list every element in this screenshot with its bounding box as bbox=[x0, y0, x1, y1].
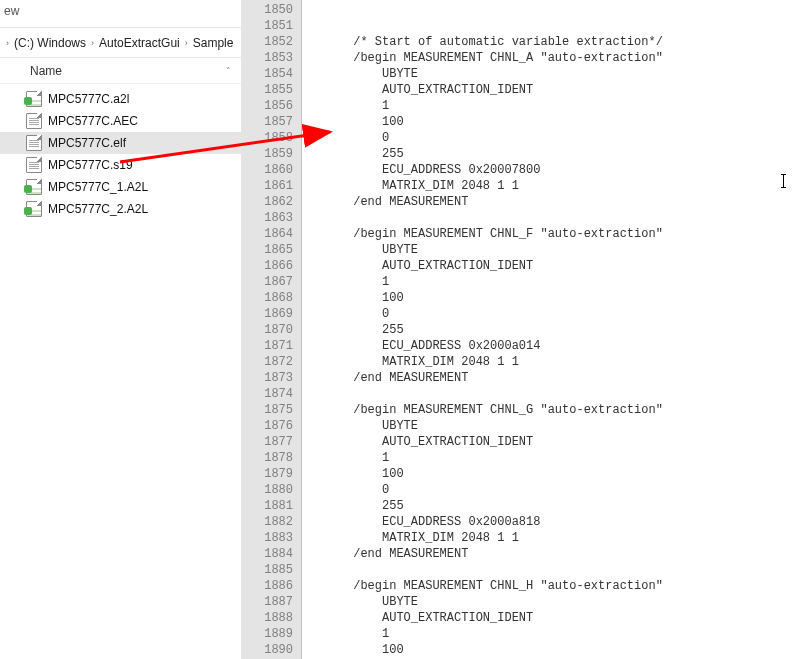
line-number: 1852 bbox=[242, 34, 293, 50]
line-number: 1888 bbox=[242, 610, 293, 626]
code-line[interactable]: /begin MEASUREMENT CHNL_F "auto-extracti… bbox=[310, 226, 798, 242]
file-icon bbox=[26, 201, 42, 217]
line-number-gutter: 1850185118521853185418551856185718581859… bbox=[242, 0, 302, 659]
line-number: 1875 bbox=[242, 402, 293, 418]
code-line[interactable]: 1 bbox=[310, 450, 798, 466]
code-line[interactable]: /begin MEASUREMENT CHNL_A "auto-extracti… bbox=[310, 50, 798, 66]
code-line[interactable]: ECU_ADDRESS 0x2000a014 bbox=[310, 338, 798, 354]
code-line[interactable]: AUTO_EXTRACTION_IDENT bbox=[310, 82, 798, 98]
line-number: 1850 bbox=[242, 2, 293, 18]
editor-pane: 1850185118521853185418551856185718581859… bbox=[242, 0, 798, 659]
line-number: 1870 bbox=[242, 322, 293, 338]
code-line[interactable]: 100 bbox=[310, 642, 798, 658]
code-line[interactable]: 1 bbox=[310, 274, 798, 290]
breadcrumb-seg[interactable]: AutoExtractGui bbox=[98, 34, 181, 52]
chevron-right-icon[interactable]: › bbox=[6, 38, 9, 48]
file-icon bbox=[26, 113, 42, 129]
code-line[interactable]: MATRIX_DIM 2048 1 1 bbox=[310, 530, 798, 546]
column-header-label: Name bbox=[30, 64, 62, 78]
file-icon bbox=[26, 135, 42, 151]
line-number: 1864 bbox=[242, 226, 293, 242]
line-number: 1868 bbox=[242, 290, 293, 306]
code-line[interactable]: MATRIX_DIM 2048 1 1 bbox=[310, 354, 798, 370]
code-line[interactable]: /end MEASUREMENT bbox=[310, 194, 798, 210]
line-number: 1881 bbox=[242, 498, 293, 514]
line-number: 1857 bbox=[242, 114, 293, 130]
file-row[interactable]: MPC5777C.AEC bbox=[0, 110, 241, 132]
code-line[interactable]: /end MEASUREMENT bbox=[310, 370, 798, 386]
file-row[interactable]: MPC5777C.s19 bbox=[0, 154, 241, 176]
code-line[interactable]: 255 bbox=[310, 146, 798, 162]
code-area[interactable]: /* Start of automatic variable extractio… bbox=[302, 0, 798, 659]
code-line[interactable]: 0 bbox=[310, 130, 798, 146]
code-line[interactable]: 1 bbox=[310, 98, 798, 114]
line-number: 1871 bbox=[242, 338, 293, 354]
code-line[interactable]: AUTO_EXTRACTION_IDENT bbox=[310, 258, 798, 274]
code-line[interactable]: 0 bbox=[310, 306, 798, 322]
breadcrumb[interactable]: › (C:) Windows › AutoExtractGui › Sample bbox=[0, 28, 241, 58]
code-line[interactable]: /* Start of automatic variable extractio… bbox=[310, 34, 798, 50]
code-line[interactable]: ECU_ADDRESS 0x2000a818 bbox=[310, 514, 798, 530]
code-line[interactable] bbox=[310, 18, 798, 34]
line-number: 1874 bbox=[242, 386, 293, 402]
line-number: 1878 bbox=[242, 450, 293, 466]
code-line[interactable]: 100 bbox=[310, 466, 798, 482]
line-number: 1858 bbox=[242, 130, 293, 146]
file-row[interactable]: MPC5777C.a2l bbox=[0, 88, 241, 110]
line-number: 1865 bbox=[242, 242, 293, 258]
code-line[interactable]: UBYTE bbox=[310, 66, 798, 82]
file-name-label: MPC5777C.a2l bbox=[48, 92, 129, 106]
code-line[interactable] bbox=[310, 562, 798, 578]
file-name-label: MPC5777C_1.A2L bbox=[48, 180, 148, 194]
line-number: 1853 bbox=[242, 50, 293, 66]
line-number: 1873 bbox=[242, 370, 293, 386]
code-line[interactable]: /begin MEASUREMENT CHNL_G "auto-extracti… bbox=[310, 402, 798, 418]
file-row[interactable]: MPC5777C_2.A2L bbox=[0, 198, 241, 220]
code-line[interactable]: UBYTE bbox=[310, 242, 798, 258]
line-number: 1869 bbox=[242, 306, 293, 322]
code-line[interactable]: 255 bbox=[310, 498, 798, 514]
explorer-pane: ew › (C:) Windows › AutoExtractGui › Sam… bbox=[0, 0, 242, 659]
code-line[interactable]: 1 bbox=[310, 626, 798, 642]
line-number: 1861 bbox=[242, 178, 293, 194]
code-line[interactable]: 100 bbox=[310, 290, 798, 306]
code-line[interactable]: 255 bbox=[310, 322, 798, 338]
code-line[interactable]: /begin MEASUREMENT CHNL_H "auto-extracti… bbox=[310, 578, 798, 594]
line-number: 1885 bbox=[242, 562, 293, 578]
line-number: 1882 bbox=[242, 514, 293, 530]
line-number: 1854 bbox=[242, 66, 293, 82]
line-number: 1880 bbox=[242, 482, 293, 498]
code-line[interactable]: MATRIX_DIM 2048 1 1 bbox=[310, 178, 798, 194]
line-number: 1862 bbox=[242, 194, 293, 210]
line-number: 1879 bbox=[242, 466, 293, 482]
code-line[interactable] bbox=[310, 2, 798, 18]
file-list[interactable]: MPC5777C.a2lMPC5777C.AECMPC5777C.elfMPC5… bbox=[0, 84, 241, 220]
breadcrumb-seg[interactable]: Sample bbox=[192, 34, 235, 52]
code-line[interactable]: UBYTE bbox=[310, 418, 798, 434]
line-number: 1866 bbox=[242, 258, 293, 274]
code-line[interactable]: AUTO_EXTRACTION_IDENT bbox=[310, 610, 798, 626]
column-header-name[interactable]: Name ˄ bbox=[0, 58, 241, 84]
chevron-right-icon[interactable]: › bbox=[185, 38, 188, 48]
line-number: 1860 bbox=[242, 162, 293, 178]
code-line[interactable]: 0 bbox=[310, 482, 798, 498]
line-number: 1883 bbox=[242, 530, 293, 546]
line-number: 1877 bbox=[242, 434, 293, 450]
chevron-right-icon[interactable]: › bbox=[91, 38, 94, 48]
line-number: 1851 bbox=[242, 18, 293, 34]
line-number: 1890 bbox=[242, 642, 293, 658]
file-row[interactable]: MPC5777C_1.A2L bbox=[0, 176, 241, 198]
code-line[interactable]: /end MEASUREMENT bbox=[310, 546, 798, 562]
code-line[interactable]: AUTO_EXTRACTION_IDENT bbox=[310, 434, 798, 450]
code-line[interactable]: UBYTE bbox=[310, 594, 798, 610]
code-line[interactable]: ECU_ADDRESS 0x20007800 bbox=[310, 162, 798, 178]
code-line[interactable]: 100 bbox=[310, 114, 798, 130]
breadcrumb-seg[interactable]: (C:) Windows bbox=[13, 34, 87, 52]
code-line[interactable] bbox=[310, 210, 798, 226]
code-line[interactable] bbox=[310, 386, 798, 402]
line-number: 1876 bbox=[242, 418, 293, 434]
file-icon bbox=[26, 91, 42, 107]
file-row[interactable]: MPC5777C.elf bbox=[0, 132, 241, 154]
ribbon-tab-label[interactable]: ew bbox=[0, 0, 241, 28]
line-number: 1855 bbox=[242, 82, 293, 98]
